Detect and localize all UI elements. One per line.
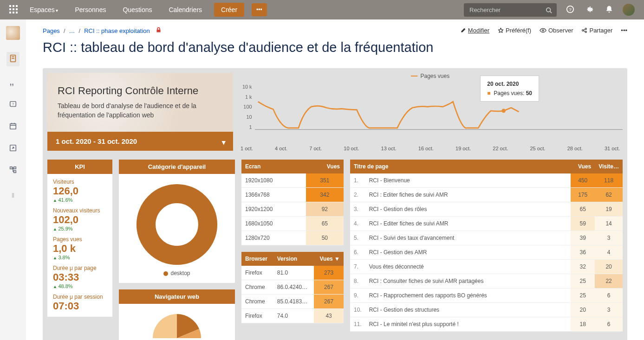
apps-icon[interactable] [9, 5, 18, 15]
donut-chart: desktop [133, 180, 221, 269]
svg-rect-3 [9, 8, 11, 10]
watch-button[interactable]: Observer [540, 27, 573, 34]
chevron-down-icon: ▾ [222, 138, 226, 147]
nav-spaces[interactable]: Espaces [25, 3, 63, 16]
kpi-delta: 3.8% [53, 255, 107, 260]
kpi-label: Durée μ par page [53, 265, 107, 271]
content: Modifier Préféré(f) Observer Partager ••… [26, 19, 644, 340]
nav-questions[interactable]: Questions [118, 3, 156, 16]
kpi-value: 03:33 [53, 271, 107, 283]
kpi-value: 102,0 [53, 214, 107, 226]
svg-text:,,: ,, [10, 78, 14, 86]
table-row[interactable]: Firefox81.0273 [241, 266, 344, 280]
svg-point-30 [585, 31, 587, 32]
avatar[interactable] [623, 4, 635, 16]
calendar-icon[interactable] [9, 122, 17, 132]
notification-icon[interactable] [603, 3, 615, 17]
pages-icon[interactable] [7, 52, 20, 66]
svg-text:1 k: 1 k [245, 94, 252, 100]
breadcrumb-leaf[interactable]: RCI :: phase exploitation [84, 27, 150, 34]
search-icon[interactable] [546, 7, 552, 15]
col-screen[interactable]: Ecran [241, 160, 306, 173]
date-range-selector[interactable]: 1 oct. 2020 - 31 oct. 2020 ▾ [47, 132, 233, 151]
col-page-title[interactable]: Titre de page [350, 160, 571, 173]
table-row[interactable]: Chrome86.0.4240…267 [241, 280, 344, 295]
help-icon[interactable]: ? [564, 3, 576, 17]
svg-rect-2 [16, 5, 18, 7]
table-row[interactable]: 7. Vous êtes déconnecté 32 20 [350, 260, 623, 274]
col-version[interactable]: Version [273, 252, 314, 266]
page-title-table: Titre de page Vues Visite… 1. RCI - Bien… [350, 160, 623, 332]
svg-text:?: ? [12, 102, 14, 106]
table-row[interactable]: 11. RCI - Le minitel n'est plus supporté… [350, 317, 623, 332]
table-row[interactable]: 1920x1080351 [241, 173, 344, 188]
table-row[interactable]: Firefox74.043 [241, 309, 344, 323]
breadcrumb-pages[interactable]: Pages [43, 27, 60, 34]
col-visitors[interactable]: Visite… [595, 160, 623, 173]
svg-text:?: ? [569, 6, 572, 12]
line-chart[interactable]: ━━ Pages vues 20 oct. 2020 ■ Pages vues:… [238, 73, 623, 151]
table-row[interactable]: 6. RCI - Gestion des AMR 36 4 [350, 245, 623, 260]
col-browser[interactable]: Browser [241, 252, 273, 266]
create-button[interactable]: Créer [214, 3, 244, 17]
table-row[interactable]: Chrome85.0.4183…267 [241, 295, 344, 309]
share-button[interactable]: Partager [581, 27, 612, 34]
gear-icon[interactable] [584, 3, 596, 17]
svg-text:100: 100 [243, 104, 252, 109]
favorite-button[interactable]: Préféré(f) [498, 27, 531, 34]
svg-rect-4 [13, 8, 14, 10]
svg-point-29 [585, 28, 587, 30]
svg-point-28 [582, 30, 584, 31]
dashboard: RCI Reporting Contrôle Interne Tableau d… [43, 68, 627, 340]
kpi-delta: 41.6% [53, 197, 107, 203]
chart-legend-label: Pages vues [420, 73, 449, 79]
table-row[interactable]: 1280x72050 [241, 231, 344, 245]
edit-button[interactable]: Modifier [460, 27, 489, 34]
svg-rect-6 [9, 12, 11, 13]
breadcrumb-ellipsis[interactable]: … [69, 27, 75, 34]
kpi-header: KPI [47, 160, 112, 174]
nav-people[interactable]: Personnes [70, 3, 111, 16]
svg-rect-24 [10, 167, 13, 169]
table-row[interactable]: 2. RCI : Editer fiches de suivi AMR 175 … [350, 188, 623, 202]
svg-line-31 [584, 29, 585, 30]
table-row[interactable]: 8. RCI : Consulter fiches de suivi AMR p… [350, 274, 623, 289]
more-actions-button[interactable]: ••• [621, 27, 627, 34]
tree-icon[interactable] [9, 166, 17, 175]
table-row[interactable]: 3. RCI - Gestion des rôles 65 19 [350, 202, 623, 217]
space-avatar[interactable] [6, 26, 20, 40]
shortcut-icon[interactable] [9, 144, 17, 154]
restriction-icon[interactable] [156, 27, 162, 34]
question-icon[interactable]: ? [9, 100, 17, 110]
more-button[interactable]: ••• [252, 3, 267, 16]
svg-text:10 k: 10 k [242, 84, 252, 90]
kpi-delta: 25.9% [53, 226, 107, 231]
topbar: Espaces Personnes Questions Calendriers … [0, 0, 644, 19]
intro-title: RCI Reporting Contrôle Interne [58, 85, 223, 97]
table-row[interactable]: 1. RCI - Bienvenue 450 118 [350, 173, 623, 188]
table-row[interactable]: 9. RCI - Rapprochement des rapports BO g… [350, 289, 623, 303]
nav-calendars[interactable]: Calendriers [164, 3, 207, 16]
col-views[interactable]: Vues [306, 160, 344, 173]
svg-rect-7 [13, 12, 14, 13]
breadcrumb-separator: / [79, 27, 81, 34]
table-row[interactable]: 1366x768342 [241, 188, 344, 202]
table-row[interactable]: 4. RCI - Editer fiches de suivi AMR 59 1… [350, 217, 623, 231]
svg-rect-0 [9, 5, 11, 7]
search-input[interactable] [464, 3, 557, 17]
quote-icon[interactable]: ,, [9, 78, 17, 88]
intro-panel: RCI Reporting Contrôle Interne Tableau d… [47, 73, 233, 132]
table-row[interactable]: 1920x120092 [241, 202, 344, 217]
chart-svg: 10 k 1 k 100 10 1 [238, 79, 623, 144]
page-actions: Modifier Préféré(f) Observer Partager ••… [460, 27, 627, 34]
svg-text:10: 10 [246, 114, 252, 120]
table-row[interactable]: 10. RCI - Gestion des structures 20 3 [350, 303, 623, 317]
page-title: RCI :: tableau de bord d'analyse d'audie… [43, 40, 627, 55]
col-views[interactable]: Vues [571, 160, 595, 173]
collapse-handle[interactable]: || [12, 192, 14, 198]
kpi-label: Visiteurs [53, 179, 107, 185]
table-row[interactable]: 5. RCI - Suivi des taux d'avancement 39 … [350, 231, 623, 245]
table-row[interactable]: 1680x105065 [241, 217, 344, 231]
col-views[interactable]: Vues ▼ [314, 252, 344, 266]
left-rail: ,, ? || [0, 19, 26, 340]
